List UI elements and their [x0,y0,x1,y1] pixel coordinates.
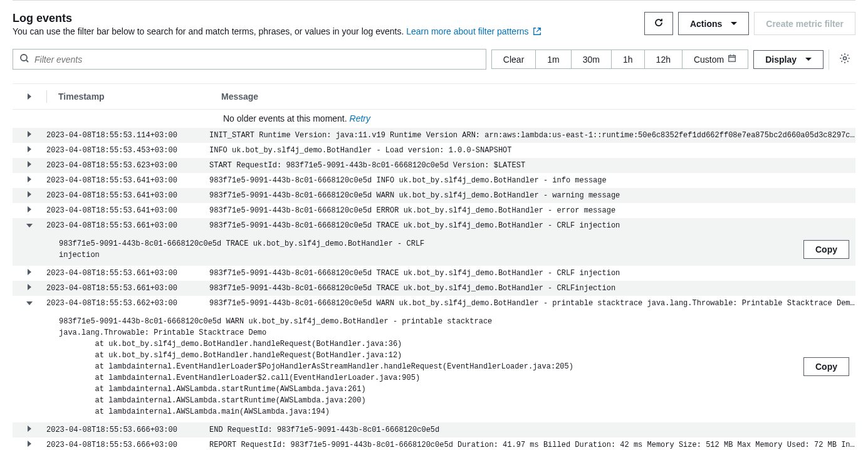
time-30m[interactable]: 30m [572,50,612,68]
log-row: 2023-04-08T18:55:53.666+03:00 END Reques… [13,422,855,437]
row-expand-toggle[interactable] [28,424,31,436]
log-message: INFO uk.bot_by.slf4j_demo.BotHandler - L… [209,145,855,156]
log-row: 2023-04-08T18:55:53.641+03:00 983f71e5-9… [13,188,855,203]
log-row: 2023-04-08T18:55:53.453+03:00 INFO uk.bo… [13,143,855,158]
retry-link[interactable]: Retry [350,113,370,123]
row-expand-toggle[interactable] [28,130,31,141]
log-timestamp: 2023-04-08T18:55:53.661+03:00 [46,268,209,279]
time-1m[interactable]: 1m [536,50,571,68]
log-row: 2023-04-08T18:55:53.114+03:00 INIT_START… [13,128,855,143]
clear-filter-button[interactable]: Clear [492,50,536,68]
svg-point-6 [732,60,733,61]
log-message: 983f71e5-9091-443b-8c01-6668120c0e5d INF… [209,175,855,186]
log-message: 983f71e5-9091-443b-8c01-6668120c0e5d TRA… [209,268,855,279]
chevron-right-icon [28,176,31,182]
log-message: START RequestId: 983f71e5-9091-443b-8c01… [209,160,855,171]
row-expand-toggle[interactable] [28,439,31,450]
page-title: Log events [13,12,541,25]
chevron-right-icon [28,93,31,100]
log-timestamp: 2023-04-08T18:55:53.641+03:00 [46,190,209,201]
filter-search-box[interactable] [13,49,486,70]
log-timestamp: 2023-04-08T18:55:53.623+03:00 [46,160,209,171]
row-expand-toggle[interactable] [28,145,31,156]
log-row: 2023-04-08T18:55:53.662+03:00 983f71e5-9… [13,296,855,311]
log-message: 983f71e5-9091-443b-8c01-6668120c0e5d WAR… [209,190,855,201]
log-message: 983f71e5-9091-443b-8c01-6668120c0e5d TRA… [209,220,855,231]
gear-icon [839,56,850,66]
external-link-icon [533,27,541,38]
chevron-right-icon [28,131,31,137]
copy-button[interactable]: Copy [803,240,849,259]
log-message: 983f71e5-9091-443b-8c01-6668120c0e5d TRA… [209,283,855,294]
log-row: 2023-04-08T18:55:53.661+03:00 983f71e5-9… [13,266,855,281]
refresh-icon [654,18,664,29]
svg-point-2 [730,58,731,59]
caret-down-icon [805,58,812,61]
column-header-message: Message [221,92,855,102]
chevron-right-icon [28,191,31,197]
log-timestamp: 2023-04-08T18:55:53.662+03:00 [46,298,209,309]
log-row: 2023-04-08T18:55:53.641+03:00 983f71e5-9… [13,203,855,218]
learn-more-link[interactable]: Learn more about filter patterns [406,26,541,36]
row-expand-toggle[interactable] [26,298,33,309]
chevron-right-icon [28,269,31,275]
row-expand-toggle[interactable] [26,220,33,231]
row-expand-toggle[interactable] [28,160,31,171]
row-expand-toggle[interactable] [28,205,31,216]
log-row: 2023-04-08T18:55:53.666+03:00 REPORT Req… [13,437,855,450]
actions-button[interactable]: Actions [678,12,749,35]
create-metric-filter-button[interactable]: Create metric filter [754,12,855,35]
log-message: REPORT RequestId: 983f71e5-9091-443b-8c0… [209,439,855,450]
filter-input[interactable] [34,55,479,65]
row-expand-toggle[interactable] [28,175,31,186]
divider [829,50,829,70]
expanded-log-detail: 983f71e5-9091-443b-8c01-6668120c0e5d TRA… [13,233,855,266]
refresh-button[interactable] [644,12,673,35]
log-message: END RequestId: 983f71e5-9091-443b-8c01-6… [209,424,855,436]
log-events-table: Timestamp Message No older events at thi… [13,83,855,450]
chevron-right-icon [28,161,31,167]
chevron-right-icon [28,206,31,212]
settings-button[interactable] [834,48,855,71]
chevron-right-icon [28,441,31,447]
log-row: 2023-04-08T18:55:53.641+03:00 983f71e5-9… [13,173,855,188]
time-12h[interactable]: 12h [645,50,682,68]
log-timestamp: 2023-04-08T18:55:53.641+03:00 [46,175,209,186]
log-row: 2023-04-08T18:55:53.623+03:00 START Requ… [13,158,855,173]
svg-point-4 [733,58,734,59]
time-custom[interactable]: Custom [682,50,748,68]
chevron-down-icon [26,301,33,305]
log-timestamp: 2023-04-08T18:55:53.666+03:00 [46,424,209,436]
column-header-timestamp: Timestamp [58,92,221,102]
chevron-right-icon [28,284,31,290]
log-row: 2023-04-08T18:55:53.661+03:00 983f71e5-9… [13,281,855,296]
chevron-down-icon [26,224,33,228]
log-timestamp: 2023-04-08T18:55:53.661+03:00 [46,283,209,294]
older-events-status: No older events at this moment. Retry [13,110,855,128]
log-message: INIT_START Runtime Version: java:11.v19 … [209,130,855,141]
calendar-icon [728,54,736,65]
chevron-right-icon [28,146,31,152]
log-timestamp: 2023-04-08T18:55:53.453+03:00 [46,145,209,156]
expand-all-toggle[interactable] [28,92,31,102]
expanded-log-detail: 983f71e5-9091-443b-8c01-6668120c0e5d WAR… [13,311,855,422]
log-timestamp: 2023-04-08T18:55:53.114+03:00 [46,130,209,141]
row-expand-toggle[interactable] [28,283,31,294]
time-1h[interactable]: 1h [612,50,645,68]
search-icon [19,53,29,65]
svg-point-3 [732,58,733,59]
row-expand-toggle[interactable] [28,268,31,279]
log-row: 2023-04-08T18:55:53.661+03:00 983f71e5-9… [13,218,855,233]
page-description: You can use the filter bar below to sear… [13,26,541,38]
expanded-log-text: 983f71e5-9091-443b-8c01-6668120c0e5d WAR… [59,316,843,417]
display-button[interactable]: Display [753,50,824,69]
log-message: 983f71e5-9091-443b-8c01-6668120c0e5d ERR… [209,205,855,216]
row-expand-toggle[interactable] [28,190,31,201]
svg-point-0 [21,55,27,61]
copy-button[interactable]: Copy [803,357,849,376]
svg-point-8 [844,57,847,60]
chevron-right-icon [28,426,31,432]
log-timestamp: 2023-04-08T18:55:53.661+03:00 [46,220,209,231]
time-range-group: Clear 1m 30m 1h 12h Custom [491,50,748,69]
expanded-log-text: 983f71e5-9091-443b-8c01-6668120c0e5d TRA… [59,238,843,261]
